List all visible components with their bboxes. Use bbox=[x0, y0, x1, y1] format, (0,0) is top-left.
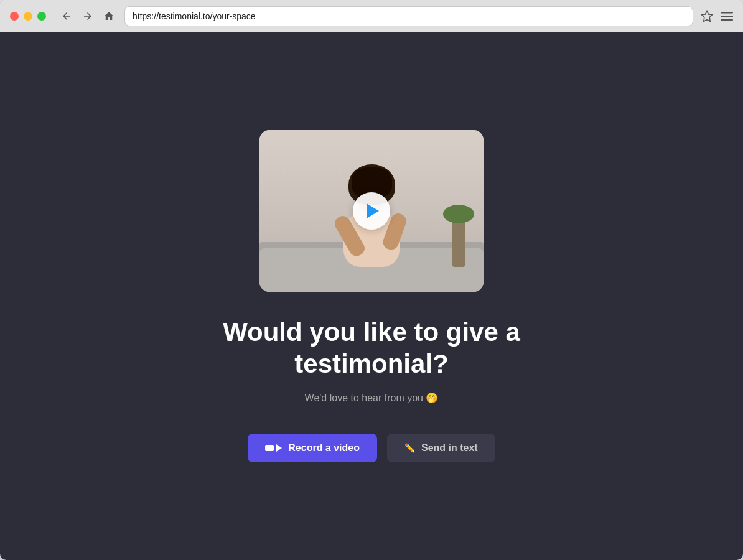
main-heading: Would you like to give a testimonial? bbox=[223, 317, 520, 380]
heading-line1: Would you like to give a bbox=[223, 317, 520, 347]
toolbar-right bbox=[701, 10, 733, 22]
forward-button[interactable] bbox=[80, 8, 96, 24]
url-text: https://testimonial.to/your-space bbox=[133, 11, 256, 21]
play-button[interactable] bbox=[353, 192, 390, 230]
minimize-button[interactable] bbox=[24, 12, 32, 21]
forward-icon bbox=[82, 11, 93, 22]
action-buttons: Record a video ✏️ Send in text bbox=[248, 434, 495, 462]
text-button-label: Send in text bbox=[421, 442, 478, 454]
video-thumbnail[interactable] bbox=[259, 130, 484, 292]
home-icon bbox=[103, 11, 114, 22]
back-button[interactable] bbox=[58, 8, 75, 24]
nav-buttons bbox=[58, 8, 117, 24]
browser-window: https://testimonial.to/your-space bbox=[0, 0, 743, 560]
traffic-lights bbox=[10, 12, 46, 21]
page-content: Would you like to give a testimonial? We… bbox=[0, 32, 743, 560]
address-bar[interactable]: https://testimonial.to/your-space bbox=[124, 6, 693, 26]
maximize-button[interactable] bbox=[37, 12, 46, 21]
svg-rect-1 bbox=[721, 16, 733, 17]
heading-line2: testimonial? bbox=[294, 349, 448, 378]
bookmark-icon bbox=[701, 10, 713, 22]
subtitle-text: We'd love to hear from you 🤭 bbox=[305, 392, 439, 404]
menu-icon bbox=[721, 10, 733, 22]
record-video-button[interactable]: Record a video bbox=[248, 434, 377, 462]
pencil-icon: ✏️ bbox=[404, 443, 415, 453]
bookmark-button[interactable] bbox=[701, 10, 713, 22]
video-camera-icon bbox=[265, 444, 282, 452]
svg-rect-0 bbox=[721, 12, 733, 13]
menu-button[interactable] bbox=[721, 10, 733, 22]
title-bar: https://testimonial.to/your-space bbox=[0, 0, 743, 32]
record-button-label: Record a video bbox=[288, 442, 360, 454]
play-icon bbox=[367, 203, 379, 218]
close-button[interactable] bbox=[10, 12, 19, 21]
svg-rect-2 bbox=[721, 19, 733, 21]
send-text-button[interactable]: ✏️ Send in text bbox=[387, 434, 495, 462]
back-icon bbox=[61, 11, 72, 22]
plant-decoration bbox=[452, 217, 465, 267]
home-button[interactable] bbox=[101, 8, 117, 24]
